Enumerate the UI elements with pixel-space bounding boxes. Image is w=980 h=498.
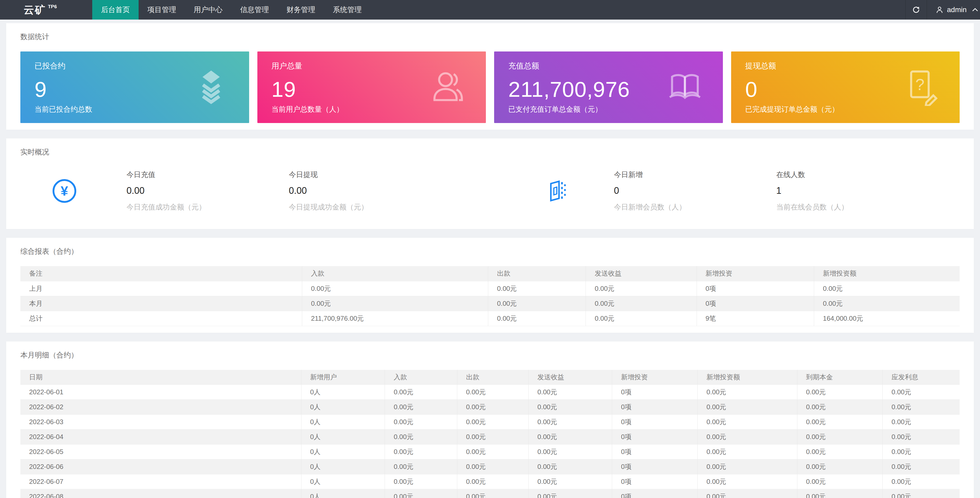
table-cell: 0项: [612, 400, 698, 415]
stat-value: 0.00: [126, 185, 289, 196]
table-row: 2022-06-020人0.00元0.00元0.00元0项0.00元0.00元0…: [20, 400, 960, 415]
table-cell: 0项: [697, 281, 814, 296]
table-cell: 0.00元: [528, 415, 612, 430]
table-cell: 0人: [301, 400, 385, 415]
user-icon: [429, 69, 466, 106]
table-cell: 2022-06-03: [20, 415, 301, 430]
detail-section-title: 本月明细（合约）: [20, 350, 960, 360]
table-cell: 9笔: [697, 311, 814, 326]
column-header: 应发利息: [883, 370, 960, 385]
report-table: 备注入款出款发送收益新增投资新增投资额上月0.00元0.00元0.00元0项0.…: [20, 266, 960, 326]
realtime-section-title: 实时概况: [20, 147, 960, 157]
table-cell: 0.00元: [698, 430, 797, 444]
table-cell: 0.00元: [528, 400, 612, 415]
refresh-button[interactable]: [905, 0, 927, 19]
menu-item-4[interactable]: 财务管理: [278, 0, 324, 19]
table-row: 2022-06-030人0.00元0.00元0.00元0项0.00元0.00元0…: [20, 415, 960, 430]
stat-label: 在线人数: [776, 170, 939, 180]
menu-item-3[interactable]: 信息管理: [231, 0, 278, 19]
stat-card-1: 用户总量19当前用户总数量（人）: [258, 51, 486, 123]
table-cell: 0.00元: [698, 459, 797, 474]
table-cell: 2022-06-07: [20, 474, 301, 489]
table-cell: 0人: [301, 444, 385, 459]
menu-item-0[interactable]: 后台首页: [92, 0, 138, 19]
table-cell: 0.00元: [698, 385, 797, 400]
table-cell: 0人: [301, 415, 385, 430]
table-cell: 0.00元: [385, 430, 457, 444]
column-header: 发送收益: [528, 370, 612, 385]
table-cell: 0项: [697, 296, 814, 311]
table-cell: 0.00元: [488, 311, 586, 326]
table-cell: 0项: [612, 385, 698, 400]
table-cell: 0.00元: [814, 296, 960, 311]
menu-item-2[interactable]: 用户中心: [185, 0, 231, 19]
table-cell: 0.00元: [883, 474, 960, 489]
table-cell: 0.00元: [883, 459, 960, 474]
table-cell: 0.00元: [883, 489, 960, 498]
realtime-stat-new-members: 今日新增 0 今日新增会员数（人）: [614, 170, 776, 212]
card-desc: 当前用户总数量（人）: [272, 105, 344, 114]
table-cell: 0项: [612, 489, 698, 498]
dashboard-content: 数据统计 已投合约9当前已投合约总数用户总量19当前用户总数量（人）充值总额21…: [0, 19, 980, 498]
menu-item-5[interactable]: 系统管理: [324, 0, 371, 19]
table-cell: 0.00元: [528, 444, 612, 459]
chevron-up-icon: [972, 8, 978, 12]
menu-item-1[interactable]: 项目管理: [138, 0, 185, 19]
table-cell: 0.00元: [457, 415, 528, 430]
column-header: 新增投资: [697, 266, 814, 281]
table-cell: 0.00元: [385, 489, 457, 498]
table-cell: 0.00元: [698, 444, 797, 459]
column-header: 发送收益: [586, 266, 697, 281]
table-row: 2022-06-080人0.00元0.00元0.00元0项0.00元0.00元0…: [20, 489, 960, 498]
table-cell: 0.00元: [457, 444, 528, 459]
table-cell: 0.00元: [797, 415, 883, 430]
table-cell: 0人: [301, 489, 385, 498]
table-cell: 0.00元: [385, 400, 457, 415]
card-desc: 已完成提现订单总金额（元）: [745, 105, 839, 114]
table-cell: 0项: [612, 474, 698, 489]
stat-desc: 今日充值成功金额（元）: [126, 202, 289, 212]
username: admin: [947, 6, 967, 14]
table-cell: 0.00元: [797, 444, 883, 459]
column-header: 入款: [302, 266, 488, 281]
realtime-row: ¥ 今日充值 0.00 今日充值成功金额（元） 今日提现 0.00 今日提现成功…: [20, 170, 960, 212]
table-cell: 0.00元: [385, 474, 457, 489]
brand-logo[interactable]: 云矿 TP6: [0, 0, 77, 19]
stat-desc: 今日提现成功金额（元）: [289, 202, 546, 212]
table-cell: 0项: [612, 430, 698, 444]
table-cell: 本月: [20, 296, 302, 311]
table-row: 2022-06-070人0.00元0.00元0.00元0项0.00元0.00元0…: [20, 474, 960, 489]
realtime-section: 实时概况 ¥ 今日充值 0.00 今日充值成功金额（元） 今日提现 0.00 今…: [6, 138, 974, 229]
table-cell: 0.00元: [797, 400, 883, 415]
table-cell: 0.00元: [586, 311, 697, 326]
user-menu[interactable]: admin: [927, 0, 980, 19]
navbar-right: admin: [905, 0, 980, 19]
brand-text: 云矿: [24, 3, 46, 17]
table-cell: 0.00元: [698, 400, 797, 415]
table-cell: 0.00元: [797, 385, 883, 400]
card-desc: 已支付充值订单总金额（元）: [508, 105, 602, 114]
stat-label: 今日新增: [614, 170, 776, 180]
detail-section: 本月明细（合约） 日期新增用户入款出款发送收益新增投资新增投资额到期本金应发利息…: [6, 341, 974, 498]
building-icon: [546, 179, 570, 203]
stat-label: 今日充值: [126, 170, 289, 180]
table-cell: 0项: [612, 444, 698, 459]
table-cell: 211,700,976.00元: [302, 311, 488, 326]
table-cell: 上月: [20, 281, 302, 296]
top-navbar: 云矿 TP6 后台首页项目管理用户中心信息管理财务管理系统管理 admin: [0, 0, 980, 19]
table-cell: 0.00元: [385, 459, 457, 474]
table-cell: 2022-06-05: [20, 444, 301, 459]
table-cell: 0.00元: [528, 385, 612, 400]
table-cell: 0.00元: [698, 489, 797, 498]
stats-section-title: 数据统计: [20, 32, 960, 42]
table-row: 上月0.00元0.00元0.00元0项0.00元: [20, 281, 960, 296]
table-cell: 0.00元: [883, 385, 960, 400]
table-cell: 0人: [301, 459, 385, 474]
column-header: 日期: [20, 370, 301, 385]
table-cell: 2022-06-01: [20, 385, 301, 400]
table-row: 2022-06-060人0.00元0.00元0.00元0项0.00元0.00元0…: [20, 459, 960, 474]
refresh-icon: [912, 5, 921, 14]
table-cell: 0.00元: [385, 444, 457, 459]
stat-label: 今日提现: [289, 170, 546, 180]
table-cell: 0.00元: [698, 415, 797, 430]
